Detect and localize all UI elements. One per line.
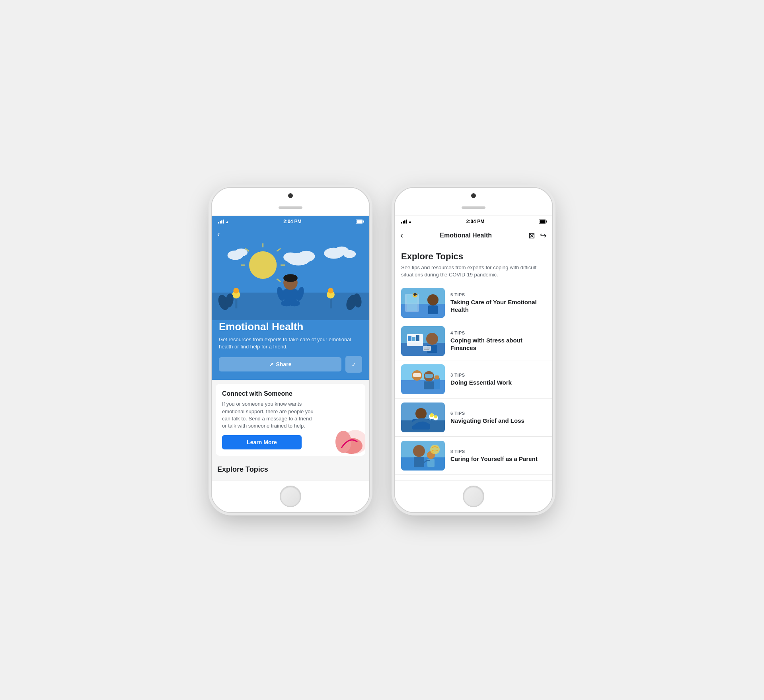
explore-title: Explore Topics <box>401 251 546 262</box>
topic-thumbnail <box>401 402 445 432</box>
svg-point-29 <box>328 288 333 294</box>
explore-section-title: Explore Topics <box>217 465 364 474</box>
svg-rect-43 <box>428 305 438 314</box>
camera-dot <box>288 193 293 198</box>
svg-point-69 <box>415 408 427 419</box>
topic-thumbnail <box>401 364 445 394</box>
wifi-icon-2: ▲ <box>408 220 412 224</box>
connect-card: Connect with Someone If you or someone y… <box>216 384 365 456</box>
bookmark-button[interactable]: ✓ <box>345 356 362 373</box>
svg-rect-51 <box>416 335 419 341</box>
svg-rect-64 <box>424 381 434 389</box>
phone1-header: ‹ <box>212 227 369 241</box>
svg-point-79 <box>413 445 425 457</box>
svg-rect-41 <box>407 303 417 311</box>
svg-point-9 <box>298 251 315 262</box>
phone-1-top <box>212 188 369 216</box>
explore-header: Explore Topics See tips and resources fr… <box>395 244 552 282</box>
topic-info: 5 TIPS Taking Care of Your Emotional Hea… <box>450 292 546 314</box>
phones-container: ▲ 2:04 PM ‹ <box>211 187 553 513</box>
topic-item[interactable]: 4 TIPS Coping with Stress about Finances <box>395 322 552 360</box>
svg-rect-49 <box>408 336 411 341</box>
learn-more-button[interactable]: Learn More <box>222 435 302 449</box>
signal-icon <box>218 220 224 224</box>
svg-point-36 <box>335 431 351 453</box>
phone1-content-area: Emotional Health Get resources from expe… <box>212 321 369 380</box>
speaker-2 <box>462 206 485 209</box>
svg-rect-63 <box>425 374 433 378</box>
phone2-scroll-area[interactable]: Explore Topics See tips and resources fr… <box>395 244 552 480</box>
home-button-1[interactable] <box>280 486 301 507</box>
status-right-2 <box>539 220 546 224</box>
topic-item[interactable]: 8 TIPS Caring for Yourself as a Parent <box>395 437 552 475</box>
battery-icon-2 <box>539 220 546 224</box>
topic-tips-count: 5 TIPS <box>450 292 546 297</box>
svg-point-1 <box>249 251 277 279</box>
svg-point-10 <box>283 253 298 262</box>
status-time-2: 2:04 PM <box>466 219 484 224</box>
topic-info: 3 TIPS Doing Essential Work <box>450 373 546 387</box>
topic-thumbnail <box>401 326 445 356</box>
svg-point-52 <box>426 333 438 345</box>
phone-2-screen: ▲ 2:04 PM ‹ Emotional Health ⊠ ↪ Expl <box>395 216 552 480</box>
back-button-2[interactable]: ‹ <box>400 230 403 241</box>
nav-share-icon[interactable]: ↪ <box>540 231 547 240</box>
svg-point-42 <box>427 294 439 305</box>
svg-point-13 <box>343 250 356 258</box>
topic-item[interactable]: 5 TIPS Taking Care of Your Emotional Hea… <box>395 284 552 322</box>
nav-title: Emotional Health <box>440 232 492 239</box>
status-left: ▲ <box>218 220 229 224</box>
explore-section: Explore Topics <box>212 460 369 476</box>
emotional-health-subtitle: Get resources from experts to take care … <box>219 336 362 350</box>
connect-illustration <box>329 420 365 456</box>
phone2-nav: ‹ Emotional Health ⊠ ↪ <box>395 227 552 244</box>
camera-dot-2 <box>471 193 476 198</box>
connect-text: If you or someone you know wants emotion… <box>222 401 314 430</box>
svg-point-83 <box>430 445 440 454</box>
hero-illustration <box>212 241 369 321</box>
bookmark-icon: ✓ <box>351 361 357 368</box>
speaker <box>279 206 302 209</box>
topic-name: Taking Care of Your Emotional Health <box>450 298 546 314</box>
svg-point-73 <box>430 413 434 417</box>
svg-point-19 <box>283 274 298 282</box>
nav-actions: ⊠ ↪ <box>528 231 547 240</box>
topic-name: Doing Essential Work <box>450 379 546 387</box>
topic-item[interactable]: 3 TIPS Doing Essential Work <box>395 360 552 399</box>
wifi-icon: ▲ <box>225 220 229 224</box>
svg-rect-60 <box>413 373 421 377</box>
back-button-1[interactable]: ‹ <box>212 227 369 241</box>
svg-point-76 <box>434 415 437 418</box>
action-buttons: ↗ Share ✓ <box>219 356 362 373</box>
topics-list: 5 TIPS Taking Care of Your Emotional Hea… <box>395 282 552 476</box>
topic-info: 4 TIPS Coping with Stress about Finances <box>450 331 546 352</box>
svg-point-15 <box>235 249 248 257</box>
status-bar-2: ▲ 2:04 PM <box>395 216 552 227</box>
home-button-2[interactable] <box>463 486 484 507</box>
emotional-health-title: Emotional Health <box>219 321 362 333</box>
share-icon: ↗ <box>269 361 274 368</box>
svg-rect-80 <box>414 457 424 467</box>
phone-1-bottom <box>212 480 369 512</box>
phone-2: ▲ 2:04 PM ‹ Emotional Health ⊠ ↪ Expl <box>394 187 553 513</box>
status-time-1: 2:04 PM <box>283 219 301 224</box>
phone1-scroll-area[interactable]: Connect with Someone If you or someone y… <box>212 380 369 480</box>
status-bar-1: ▲ 2:04 PM <box>212 216 369 227</box>
svg-rect-66 <box>435 375 439 379</box>
topic-tips-count: 8 TIPS <box>450 449 546 454</box>
topic-tips-count: 4 TIPS <box>450 331 546 335</box>
share-button[interactable]: ↗ Share <box>219 357 341 371</box>
status-right-1 <box>356 220 363 224</box>
topic-name: Navigating Grief and Loss <box>450 417 546 425</box>
connect-title: Connect with Someone <box>222 390 359 397</box>
topic-thumbnail <box>401 441 445 471</box>
phone-2-top <box>395 188 552 216</box>
topic-info: 6 TIPS Navigating Grief and Loss <box>450 411 546 425</box>
nav-bookmark-icon[interactable]: ⊠ <box>528 231 535 240</box>
topic-item[interactable]: 6 TIPS Navigating Grief and Loss <box>395 399 552 437</box>
phone-2-bottom <box>395 480 552 512</box>
phone-1-screen: ▲ 2:04 PM ‹ <box>212 216 369 480</box>
topic-name: Coping with Stress about Finances <box>450 336 546 352</box>
svg-rect-54 <box>423 346 431 351</box>
signal-icon-2 <box>401 220 407 224</box>
